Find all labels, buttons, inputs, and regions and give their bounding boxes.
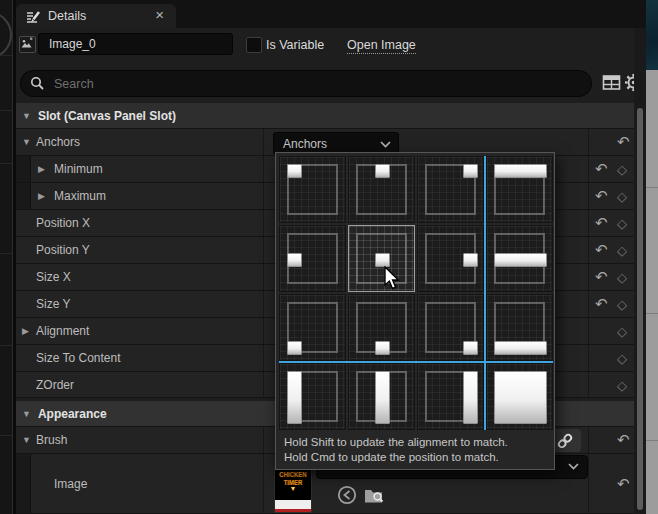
right-neighbor-panel-edge <box>646 0 658 514</box>
chevron-down-icon[interactable]: ▼ <box>22 409 31 419</box>
anchor-marker <box>287 371 302 424</box>
bind-property-icon[interactable]: ◇ <box>617 297 627 312</box>
property-label: Brush <box>36 433 67 447</box>
row-actions: ◇ <box>588 318 637 344</box>
anchor-preset-middle-left[interactable] <box>279 225 346 292</box>
use-selected-asset-icon[interactable] <box>336 484 358 506</box>
anchor-picker-hint: Hold Shift to update the alignment to ma… <box>276 431 556 469</box>
anchor-preset-stretch-left[interactable] <box>279 363 346 430</box>
hint-line-1: Hold Shift to update the alignment to ma… <box>284 435 556 450</box>
reset-to-default-icon[interactable]: ↶ <box>617 431 630 449</box>
brush-image-thumbnail[interactable]: CHICKEN TIMER▼ <box>274 467 312 513</box>
anchor-preset-bottom-left[interactable] <box>279 294 346 361</box>
anchor-marker <box>463 253 478 267</box>
reset-to-default-icon[interactable]: ↶ <box>617 475 630 493</box>
chevron-down-icon <box>380 140 391 148</box>
mouse-cursor <box>384 266 402 292</box>
divider-line <box>0 253 12 254</box>
property-name-cell: ZOrder <box>16 372 264 397</box>
reset-to-default-icon[interactable]: ↶ <box>595 295 608 313</box>
category-header-slot-canvas-panel-slot[interactable]: ▼Slot (Canvas Panel Slot) <box>16 103 636 129</box>
chevron-right-icon[interactable]: ▶ <box>38 164 45 174</box>
anchor-blue-vline <box>484 156 486 430</box>
property-label: Position X <box>36 216 90 230</box>
thumbnail-text: CHICKEN TIMER <box>275 471 311 488</box>
row-actions: ↶◇ <box>588 210 637 236</box>
anchor-preset-stretch-right[interactable] <box>417 363 484 430</box>
bind-property-icon[interactable]: ◇ <box>617 216 627 231</box>
anchor-picker-popup: Hold Shift to update the alignment to ma… <box>275 152 555 470</box>
background-arc-decoration <box>0 11 12 59</box>
property-name-cell: Size X <box>16 264 264 290</box>
property-label: Maximum <box>54 189 106 203</box>
chevron-right-icon[interactable]: ▶ <box>38 191 45 201</box>
anchor-marker <box>463 164 478 178</box>
bind-property-icon[interactable]: ◇ <box>617 377 627 392</box>
anchor-marker <box>287 253 302 267</box>
chevron-right-icon[interactable]: ▶ <box>22 326 29 336</box>
anchor-marker <box>375 253 390 267</box>
hint-line-2: Hold Cmd to update the position to match… <box>284 450 556 465</box>
anchor-marker <box>494 164 547 178</box>
property-label: Anchors <box>36 135 80 149</box>
row-actions: ↶ <box>588 454 637 513</box>
reset-to-default-icon[interactable]: ↶ <box>595 160 608 178</box>
details-panel-screen: Details × Is Variable Open Image <box>0 0 658 514</box>
thumbnail-red-band <box>275 509 311 512</box>
anchor-preset-top-stretch[interactable] <box>486 156 553 223</box>
anchor-blue-hline <box>279 361 553 363</box>
property-name-cell: Size To Content <box>16 345 264 371</box>
indent-strip <box>16 156 31 182</box>
anchor-preset-grid <box>276 153 556 433</box>
row-actions: ↶◇ <box>588 156 637 182</box>
anchor-marker <box>287 341 302 355</box>
chevron-down-icon[interactable]: ▼ <box>22 435 31 445</box>
anchor-preset-middle-right[interactable] <box>417 225 484 292</box>
property-name-cell: ▼Brush <box>16 427 264 453</box>
reset-to-default-icon[interactable]: ↶ <box>595 268 608 286</box>
reset-to-default-icon[interactable]: ↶ <box>595 214 608 232</box>
divider-line <box>646 187 658 188</box>
reset-to-default-icon[interactable]: ↶ <box>595 187 608 205</box>
property-label: Size X <box>36 270 71 284</box>
row-actions: ↶ <box>588 427 637 453</box>
anchor-preset-top-left[interactable] <box>279 156 346 223</box>
anchor-preset-stretch-center[interactable] <box>348 363 415 430</box>
background-texture-thumbnail <box>646 0 658 70</box>
divider-line <box>0 435 12 436</box>
bind-property-icon[interactable]: ◇ <box>617 243 627 258</box>
anchor-preset-bottom-center[interactable] <box>348 294 415 361</box>
indent-strip <box>16 454 31 513</box>
bind-property-icon[interactable]: ◇ <box>617 351 627 366</box>
bind-property-icon[interactable]: ◇ <box>617 189 627 204</box>
anchor-preset-bottom-stretch[interactable] <box>486 294 553 361</box>
anchors-dropdown-label: Anchors <box>283 137 327 151</box>
anchor-preset-center-middle[interactable] <box>348 225 415 292</box>
anchor-preset-middle-stretch[interactable] <box>486 225 553 292</box>
chevron-down-icon[interactable]: ▼ <box>22 137 31 147</box>
browse-to-asset-icon[interactable] <box>363 484 385 506</box>
reset-to-default-icon[interactable]: ↶ <box>617 133 630 151</box>
chevron-down-icon[interactable]: ▼ <box>22 111 31 121</box>
anchor-preset-top-right[interactable] <box>417 156 484 223</box>
row-actions: ↶◇ <box>588 183 637 209</box>
indent-strip <box>16 183 31 209</box>
scrollbar-thumb[interactable] <box>637 108 643 510</box>
bind-property-icon[interactable]: ◇ <box>617 162 627 177</box>
anchor-preset-fill[interactable] <box>486 363 553 430</box>
divider-line <box>646 440 658 441</box>
anchor-preset-bottom-right[interactable] <box>417 294 484 361</box>
anchor-marker <box>463 371 478 424</box>
property-label: Minimum <box>54 162 103 176</box>
bind-property-icon[interactable]: ◇ <box>617 324 627 339</box>
anchor-preset-top-center[interactable] <box>348 156 415 223</box>
bind-property-icon[interactable]: ◇ <box>617 270 627 285</box>
category-label: Appearance <box>38 407 107 421</box>
property-name-cell: Size Y <box>16 291 264 317</box>
reset-to-default-icon[interactable]: ↶ <box>595 241 608 259</box>
property-label: ZOrder <box>36 378 74 392</box>
row-actions: ◇ <box>588 345 637 371</box>
property-name-cell: ▶Alignment <box>16 318 264 344</box>
row-actions: ↶◇ <box>588 264 637 290</box>
row-actions: ↶ <box>588 129 637 155</box>
